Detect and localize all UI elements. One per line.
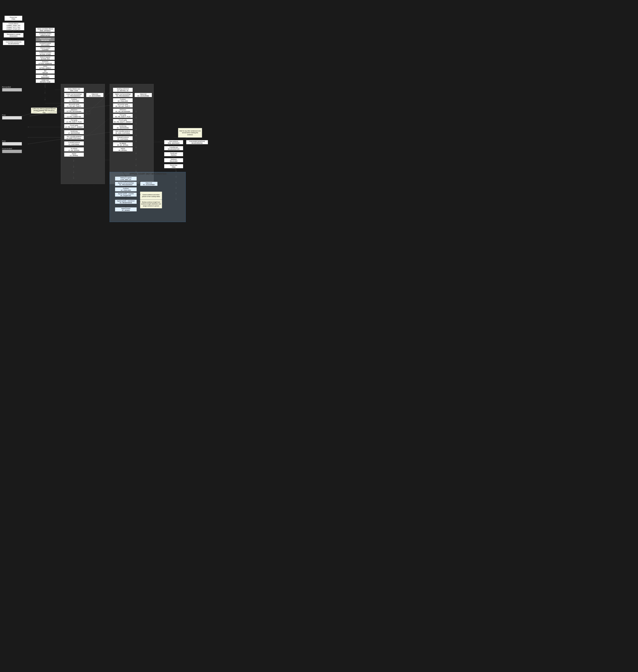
node-hc-adjourned: Adjourned HC_ADJOURNED	[134, 93, 152, 97]
node-cleared: Cleared incident CLEARED	[36, 47, 55, 51]
node-hc-appeal: Appeal HC_APPEAL	[113, 147, 133, 152]
node-unreported: Unreported incident UNREPORTED	[36, 33, 55, 37]
node-parole-part: Parole part PAROLE	[164, 152, 183, 156]
node-bailed: Bail BAILED	[36, 70, 55, 74]
label-free1: Free	[2, 114, 26, 116]
node-lc-non-custodial: Non custodial sentence LC_NON_CUSTODIAL	[64, 135, 84, 140]
side-free1	[2, 116, 22, 120]
node-hc-guilty-plea: Pled guilty HC_FIN_GUILTY_PLEA	[113, 114, 133, 118]
node-hc-withdrawn: Withdrawn HC_FIN_WITHDRAWN	[113, 108, 133, 113]
node-incarcerated-sentenced: Incarcerated (sentenced) INCARCERATED	[186, 140, 208, 144]
higher-court-title: HIGHER COURT	[119, 85, 145, 87]
node-action-nta: Notice to appear ACTION_NTA	[36, 56, 55, 60]
node-new-sentence: New sentence NEW_SENTENCE	[164, 140, 183, 144]
note-wait-sentences: Wait for any other sentences to be serve…	[178, 128, 202, 138]
node-lc-committed: Committed LC_FIN_COMMITTED	[64, 114, 84, 118]
note-cancel-sentence: Cancel sentence and return person to fre…	[140, 192, 162, 200]
note-redraw-sentence: Redraw sentence length from sentence len…	[140, 200, 162, 208]
node-lc-guilty-plea: Pled guilty LC_FIN_GUILTY_PLEA	[64, 119, 84, 123]
label-free2: Free	[2, 140, 26, 142]
node-released: Released RELEASED	[164, 158, 183, 162]
lower-court-title: LOWER COURT	[70, 85, 96, 87]
legend-commit-offence: Commit offence COMMIT_PRSN_OFF COMMIT_PP…	[2, 22, 24, 30]
node-hc-not-guilty: Not proven guilty HC_FIN_NOT_GUILTY	[113, 103, 133, 108]
node-custodial-part: Custodial part INCARCERATION	[164, 146, 183, 150]
node-lc-sentencing: Sentencing LC_SENTENCING	[64, 130, 84, 134]
node-lc-adjourned: Adjourned LC_ADJOURNED	[86, 93, 104, 97]
node-lc-finalised: Finalised LC_FINALISED	[64, 98, 84, 102]
node-lc-proceedings: Lower court proceedings LC_PROCEEDINGS	[64, 93, 84, 97]
node-lc-guilty-verdict: Proven guilty LC_FIN_GUILTY_VERDICT	[64, 124, 84, 128]
node-action-summons: Summons ACTION_SUMMONS	[36, 61, 55, 65]
node-no-bail: No bail REMANDED	[36, 74, 55, 79]
node-action-arrest: Arrest ACTION_ARREST	[36, 65, 55, 69]
appeal-court-title: APPEAL COURT (NOT IMPLEMENTED)	[124, 173, 172, 175]
note-collect-offences: Collect any offences that are reported p…	[31, 108, 57, 114]
side-remanded	[2, 88, 22, 91]
node-ac-adjourned: Adjourned AC_ADJOURNED	[140, 182, 158, 186]
node-ac-denied: Appeal denied AC_DENIED	[115, 207, 137, 212]
node-ac-acquittal: Appeal upheld – acquittal AC_ACQUITTAL	[115, 192, 137, 197]
node-hc-finalised: Finalised HC_FINALISED	[113, 98, 133, 102]
label-incarcerated-side: Incarcerated	[2, 148, 26, 150]
legend-remanded: Remanded in custody REMANDED	[4, 33, 23, 38]
side-incarcerated	[2, 150, 22, 153]
node-hc-no-appeal: No appeal HC_NO_APPEAL	[113, 142, 133, 147]
node-action-other: Conference/caution ACTION_OTHER	[36, 51, 55, 55]
node-initiate-case: Initiate case INITIATE_CASE	[36, 79, 55, 83]
node-ac-waiting: Waiting for appeal LCHC_WAIT_AC	[115, 176, 137, 181]
node-lc-custodial: Custodial sentence LC_CUSTODIAL	[64, 141, 84, 145]
legend-incarcerated: Incarcerated (sentenced) INCARCERATED	[3, 40, 24, 45]
node-person-free-end: Person free FREE	[164, 164, 183, 168]
node-ac-resentence: Appeal upheld – resentence AC_RESENTENCE	[115, 200, 137, 204]
node-lc-withdrawn: Withdrawn LC_FIN_WITHDRAWN	[64, 108, 84, 113]
node-hc-non-custodial: Non custodial sentence HC_NON_CUSTODIAL	[113, 130, 133, 134]
node-hc-custodial: Custodial sentence HC_CUSTODIAL	[113, 136, 133, 140]
legend-person-free: Person free FREE	[4, 16, 22, 21]
node-lc-not-guilty: Not proven guilty LC_FIN_NOT_GUILTY	[64, 103, 84, 108]
node-hc-guilty-verdict: Proven guilty HC_FIN_GUILTY_VERDICT	[113, 119, 133, 123]
node-uncleared: Uncleared incident UNCLEARED	[36, 42, 55, 46]
label-remanded: Remanded	[2, 86, 26, 88]
node-hc-proceedings: Higher court proceedings HC_PROCEEDINGS	[113, 93, 133, 97]
node-newly-committed: Newly committed offence NEW_OFFENCE	[36, 28, 55, 32]
node-reported: Reported incident REPORTED	[36, 37, 55, 41]
node-ac-finalised: Finalised AC_FINALISED	[115, 187, 137, 192]
node-lc-no-appeal: No appeal LC_NO_APPEAL	[64, 147, 84, 152]
node-lc-appeal: Appeal LC_APPEAL	[64, 152, 84, 157]
node-hc-sentencing: Sentencing HC_SENTENCING	[113, 125, 133, 129]
node-ac-proceedings: Appeal court proceedings AC_PROCEEDINGS	[115, 182, 137, 186]
node-hc-waiting: Awaiting indictment LC_WAITING_HC	[113, 88, 133, 92]
side-free2	[2, 142, 22, 145]
node-lc-new-case: Newly initiated case NEW_CASE	[64, 88, 84, 92]
